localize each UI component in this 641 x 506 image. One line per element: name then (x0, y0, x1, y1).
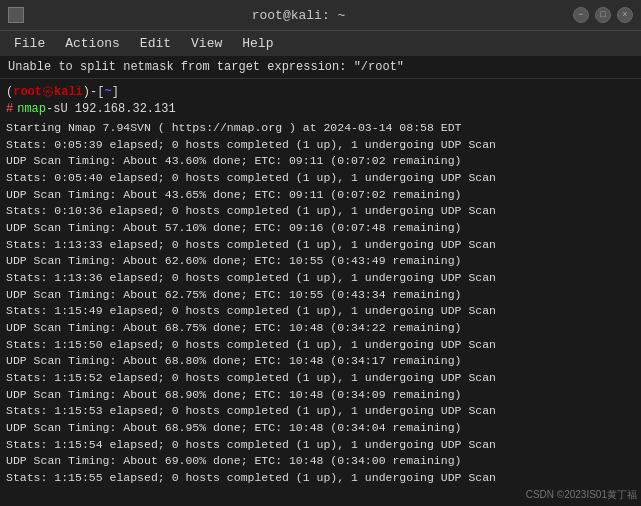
error-bar: Unable to split netmask from target expr… (0, 56, 641, 79)
terminal-line: Stats: 1:15:53 elapsed; 0 hosts complete… (6, 403, 635, 420)
watermark: CSDN ©2023IS01黄丁福 (526, 488, 637, 502)
terminal-line: Stats: 1:15:54 elapsed; 0 hosts complete… (6, 437, 635, 454)
terminal-line: UDP Scan Timing: About 68.80% done; ETC:… (6, 353, 635, 370)
menu-item-edit[interactable]: Edit (130, 34, 181, 53)
terminal-line: Stats: 1:13:33 elapsed; 0 hosts complete… (6, 237, 635, 254)
terminal-line: Stats: 0:05:39 elapsed; 0 hosts complete… (6, 137, 635, 154)
terminal[interactable]: ( root ㉿ kali )-[ ~ ] # nmap -sU 192.168… (0, 79, 641, 506)
titlebar-icon (8, 7, 24, 23)
terminal-line: Stats: 1:15:52 elapsed; 0 hosts complete… (6, 370, 635, 387)
maximize-button[interactable]: □ (595, 7, 611, 23)
menu-item-view[interactable]: View (181, 34, 232, 53)
titlebar-title: root@kali: ~ (252, 8, 346, 23)
close-button[interactable]: × (617, 7, 633, 23)
command-line: # nmap -sU 192.168.32.131 (6, 102, 635, 116)
terminal-line: UDP Scan Timing: About 68.75% done; ETC:… (6, 320, 635, 337)
menu-item-help[interactable]: Help (232, 34, 283, 53)
terminal-line: Stats: 0:05:40 elapsed; 0 hosts complete… (6, 170, 635, 187)
terminal-line: UDP Scan Timing: About 43.60% done; ETC:… (6, 153, 635, 170)
terminal-line: Stats: 1:15:50 elapsed; 0 hosts complete… (6, 337, 635, 354)
menubar: FileActionsEditViewHelp (0, 30, 641, 56)
terminal-line: UDP Scan Timing: About 57.10% done; ETC:… (6, 220, 635, 237)
menu-item-file[interactable]: File (4, 34, 55, 53)
terminal-output: Starting Nmap 7.94SVN ( https://nmap.org… (6, 120, 635, 487)
titlebar: root@kali: ~ − □ × (0, 0, 641, 30)
titlebar-buttons: − □ × (573, 7, 633, 23)
terminal-line: Stats: 0:10:36 elapsed; 0 hosts complete… (6, 203, 635, 220)
terminal-line: Stats: 1:15:55 elapsed; 0 hosts complete… (6, 470, 635, 487)
terminal-line: UDP Scan Timing: About 69.00% done; ETC:… (6, 453, 635, 470)
terminal-line: UDP Scan Timing: About 43.65% done; ETC:… (6, 187, 635, 204)
terminal-line: Stats: 1:15:49 elapsed; 0 hosts complete… (6, 303, 635, 320)
terminal-line: UDP Scan Timing: About 62.60% done; ETC:… (6, 253, 635, 270)
terminal-line: Stats: 1:13:36 elapsed; 0 hosts complete… (6, 270, 635, 287)
terminal-line: Starting Nmap 7.94SVN ( https://nmap.org… (6, 120, 635, 137)
terminal-line: UDP Scan Timing: About 62.75% done; ETC:… (6, 287, 635, 304)
terminal-line: UDP Scan Timing: About 68.95% done; ETC:… (6, 420, 635, 437)
minimize-button[interactable]: − (573, 7, 589, 23)
terminal-line: UDP Scan Timing: About 68.90% done; ETC:… (6, 387, 635, 404)
menu-item-actions[interactable]: Actions (55, 34, 130, 53)
prompt-line: ( root ㉿ kali )-[ ~ ] (6, 83, 635, 100)
